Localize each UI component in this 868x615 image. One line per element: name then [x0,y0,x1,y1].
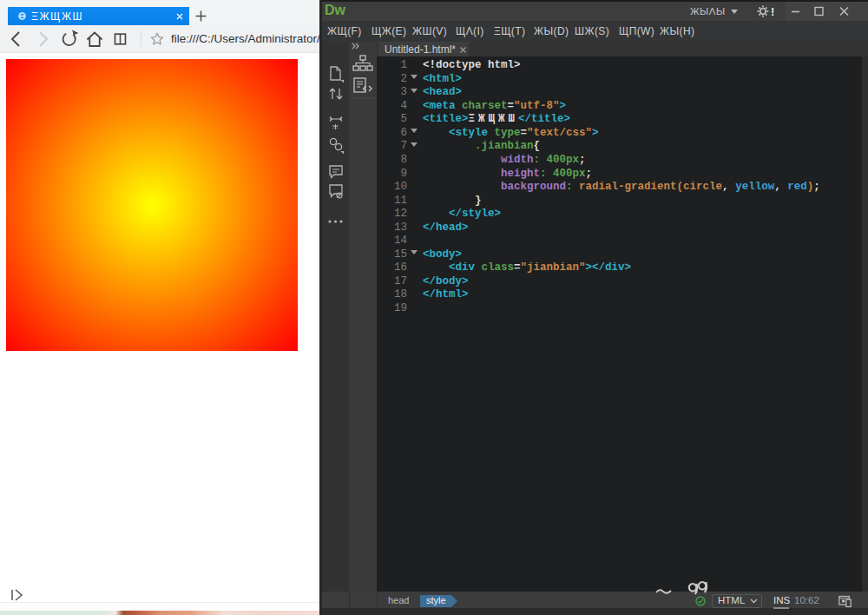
svg-text:!: ! [771,5,774,18]
